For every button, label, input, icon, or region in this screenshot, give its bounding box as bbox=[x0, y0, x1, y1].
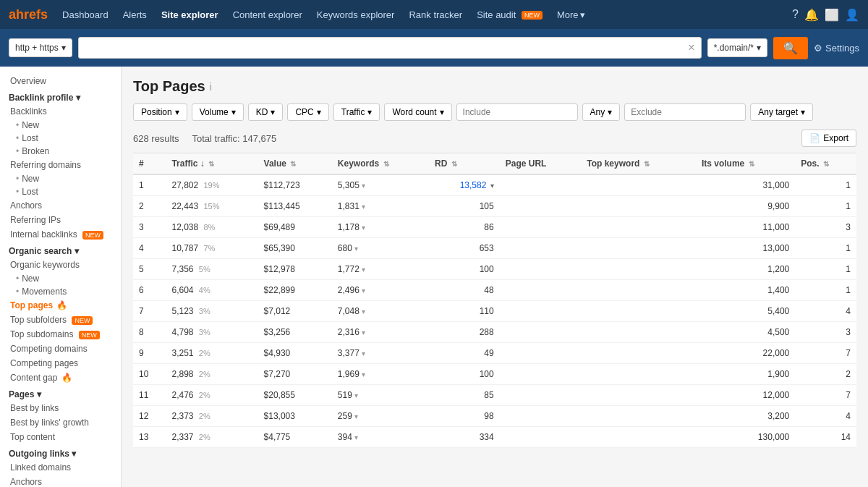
sidebar-item-competing-domains[interactable]: Competing domains bbox=[0, 342, 121, 356]
sidebar-backlink-profile[interactable]: Backlink profile ▾ bbox=[0, 88, 121, 104]
col-pos[interactable]: Pos. ⇅ bbox=[795, 153, 856, 175]
kw-expand-icon[interactable]: ▾ bbox=[354, 391, 358, 399]
rd-link[interactable]: 13,582 bbox=[460, 180, 487, 190]
col-traffic[interactable]: Traffic ↓ ⇅ bbox=[166, 153, 258, 175]
kw-expand-icon[interactable]: ▾ bbox=[354, 433, 358, 441]
kw-expand-icon[interactable]: ▾ bbox=[362, 203, 365, 211]
sidebar-sub-backlinks-new[interactable]: •New bbox=[0, 119, 121, 132]
protocol-selector[interactable]: http + https ▾ bbox=[9, 38, 72, 57]
kw-expand-icon[interactable]: ▾ bbox=[362, 350, 365, 357]
search-button[interactable]: 🔍 bbox=[773, 37, 808, 59]
kw-expand-icon[interactable]: ▾ bbox=[362, 224, 365, 232]
notifications-icon[interactable]: 🔔 bbox=[804, 8, 819, 22]
row-pos: 1 bbox=[795, 259, 856, 280]
sidebar-item-referring-domains[interactable]: Referring domains bbox=[0, 158, 121, 172]
help-icon[interactable]: ? bbox=[792, 8, 799, 21]
sidebar-item-internal-backlinks[interactable]: Internal backlinks NEW bbox=[0, 227, 121, 242]
any-target-filter[interactable]: Any target ▾ bbox=[750, 103, 813, 121]
nav-rank-tracker[interactable]: Rank tracker bbox=[403, 7, 468, 23]
screen-icon[interactable]: ⬜ bbox=[825, 8, 839, 22]
col-rd[interactable]: RD ⇅ bbox=[429, 153, 500, 175]
kw-expand-icon[interactable]: ▾ bbox=[362, 329, 365, 336]
col-value[interactable]: Value ⇅ bbox=[258, 153, 332, 175]
table-row: 2 22,443 15% $113,445 1,831 ▾ 105 9,900 … bbox=[133, 196, 856, 217]
row-traffic: 12,038 8% bbox=[166, 217, 258, 238]
export-button[interactable]: 📄 Export bbox=[801, 130, 856, 147]
sidebar-sub-organic-movements[interactable]: •Movements bbox=[0, 285, 121, 298]
url-input[interactable] bbox=[85, 43, 689, 54]
row-pos: 1 bbox=[795, 196, 856, 217]
traffic-filter[interactable]: Traffic ▾ bbox=[333, 103, 380, 121]
row-volume: 12,000 bbox=[696, 385, 795, 406]
row-num: 13 bbox=[133, 427, 166, 448]
kw-expand-icon[interactable]: ▾ bbox=[362, 266, 365, 274]
row-page-url bbox=[500, 343, 582, 364]
row-num: 10 bbox=[133, 364, 166, 385]
any-filter[interactable]: Any ▾ bbox=[582, 103, 621, 121]
col-volume[interactable]: Its volume ⇅ bbox=[696, 153, 795, 175]
row-num: 7 bbox=[133, 301, 166, 322]
row-keywords: 1,772 ▾ bbox=[332, 259, 429, 280]
sidebar-sub-backlinks-lost[interactable]: •Lost bbox=[0, 132, 121, 145]
kw-expand-icon[interactable]: ▾ bbox=[362, 182, 365, 190]
sidebar-sub-organic-new[interactable]: •New bbox=[0, 272, 121, 285]
volume-filter[interactable]: Volume ▾ bbox=[192, 103, 244, 121]
cpc-filter[interactable]: CPC ▾ bbox=[287, 103, 328, 121]
sidebar-item-referring-ips[interactable]: Referring IPs bbox=[0, 213, 121, 227]
nav-dashboard[interactable]: Dashboard bbox=[56, 7, 114, 23]
row-volume: 3,200 bbox=[696, 406, 795, 427]
sidebar-item-overview[interactable]: Overview bbox=[0, 74, 121, 88]
row-top-keyword bbox=[581, 322, 696, 343]
logo[interactable]: ahrefs bbox=[9, 7, 48, 22]
sidebar-item-top-content[interactable]: Top content bbox=[0, 430, 121, 444]
sidebar-outgoing-links[interactable]: Outgoing links ▾ bbox=[0, 444, 121, 460]
nav-alerts[interactable]: Alerts bbox=[117, 7, 153, 23]
nav-site-explorer[interactable]: Site explorer bbox=[156, 7, 224, 23]
nav-content-explorer[interactable]: Content explorer bbox=[227, 7, 308, 23]
settings-button[interactable]: ⚙ Settings bbox=[814, 43, 859, 54]
row-pos: 7 bbox=[795, 385, 856, 406]
user-icon[interactable]: 👤 bbox=[845, 8, 859, 22]
col-keywords[interactable]: Keywords ⇅ bbox=[332, 153, 429, 175]
sidebar-item-top-subdomains[interactable]: Top subdomains NEW bbox=[0, 327, 121, 342]
sidebar-item-anchors2[interactable]: Anchors bbox=[0, 475, 121, 487]
domain-mode-selector[interactable]: *.domain/* ▾ bbox=[707, 38, 767, 57]
kd-filter[interactable]: KD ▾ bbox=[248, 103, 284, 121]
nav-more[interactable]: More ▾ bbox=[551, 7, 591, 23]
sidebar-sub-referring-new[interactable]: •New bbox=[0, 172, 121, 185]
kw-expand-icon[interactable]: ▾ bbox=[362, 370, 365, 378]
content-gap-fire-icon: 🔥 bbox=[61, 373, 72, 383]
word-count-filter[interactable]: Word count ▾ bbox=[384, 103, 451, 121]
sidebar-pages-section[interactable]: Pages ▾ bbox=[0, 385, 121, 401]
row-traffic: 4,798 3% bbox=[166, 322, 258, 343]
sidebar-item-top-pages[interactable]: Top pages 🔥 bbox=[0, 298, 121, 313]
position-filter[interactable]: Position ▾ bbox=[133, 103, 187, 121]
sidebar-item-linked-domains[interactable]: Linked domains bbox=[0, 460, 121, 475]
rd-cell: 100 bbox=[429, 364, 500, 385]
include-input[interactable] bbox=[456, 103, 578, 121]
sidebar-sub-referring-lost[interactable]: •Lost bbox=[0, 185, 121, 198]
col-top-keyword[interactable]: Top keyword ⇅ bbox=[581, 153, 696, 175]
kw-expand-icon[interactable]: ▾ bbox=[354, 245, 358, 253]
sidebar-item-content-gap[interactable]: Content gap 🔥 bbox=[0, 370, 121, 385]
nav-keywords-explorer[interactable]: Keywords explorer bbox=[311, 7, 401, 23]
sidebar-item-organic-keywords[interactable]: Organic keywords bbox=[0, 258, 121, 272]
sidebar-item-competing-pages[interactable]: Competing pages bbox=[0, 356, 121, 370]
row-num: 2 bbox=[133, 196, 166, 217]
sidebar-item-anchors1[interactable]: Anchors bbox=[0, 198, 121, 213]
kw-expand-icon[interactable]: ▾ bbox=[362, 308, 365, 316]
clear-icon[interactable]: × bbox=[688, 41, 694, 54]
sidebar-organic-search[interactable]: Organic search ▾ bbox=[0, 242, 121, 258]
kw-expand-icon[interactable]: ▾ bbox=[354, 412, 358, 420]
sidebar-item-backlinks[interactable]: Backlinks bbox=[0, 104, 121, 119]
sidebar-item-best-by-links[interactable]: Best by links bbox=[0, 401, 121, 415]
table-row: 10 2,898 2% $7,270 1,969 ▾ 100 1,900 2 bbox=[133, 364, 856, 385]
sidebar-sub-backlinks-broken[interactable]: •Broken bbox=[0, 145, 121, 158]
nav-site-audit[interactable]: Site audit NEW bbox=[471, 7, 548, 23]
rd-expand-icon[interactable]: ▾ bbox=[490, 182, 494, 190]
kw-expand-icon[interactable]: ▾ bbox=[362, 287, 365, 295]
sidebar-item-best-by-links-growth[interactable]: Best by links' growth bbox=[0, 415, 121, 430]
page-title-info-icon[interactable]: i bbox=[210, 81, 212, 93]
sidebar-item-top-subfolders[interactable]: Top subfolders NEW bbox=[0, 313, 121, 327]
exclude-input[interactable] bbox=[624, 103, 746, 121]
